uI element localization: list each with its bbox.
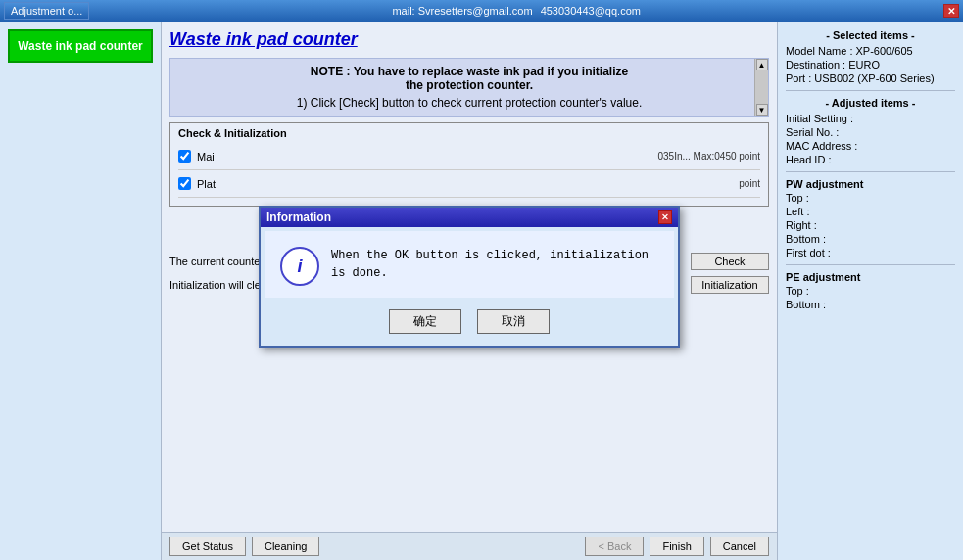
divider-3 [786, 264, 955, 265]
pe-bottom: Bottom : [786, 299, 955, 310]
main-layout: Waste ink pad counter Waste ink pad coun… [0, 22, 963, 560]
info-dialog: Information ✕ i When the OK button is cl… [259, 206, 680, 348]
dialog-titlebar: Information ✕ [261, 208, 678, 227]
back-button[interactable]: < Back [585, 537, 644, 556]
pw-label: PW adjustment [786, 178, 955, 190]
right-sidebar: - Selected items - Model Name : XP-600/6… [777, 22, 963, 560]
dialog-ok-button[interactable]: 确定 [389, 309, 461, 334]
dialog-buttons: 确定 取消 [261, 302, 678, 346]
email1: mail: Svresetters@gmail.com [392, 5, 532, 17]
head-id: Head ID : [786, 154, 955, 165]
center-content: Waste ink pad counter NOTE : You have to… [162, 22, 777, 532]
dialog-cancel-button[interactable]: 取消 [477, 309, 550, 334]
dialog-body: i When the OK button is clicked, initial… [265, 231, 674, 298]
initial-setting: Initial Setting : [786, 113, 955, 124]
cleaning-button[interactable]: Cleaning [252, 537, 319, 556]
dialog-overlay: Information ✕ i When the OK button is cl… [162, 22, 777, 532]
pw-right: Right : [786, 219, 955, 231]
dialog-title: Information [266, 210, 331, 224]
dialog-close-button[interactable]: ✕ [658, 210, 672, 224]
dialog-message: When the OK button is clicked, initializ… [331, 247, 658, 282]
title-bar: Adjustment o... mail: Svresetters@gmail.… [0, 0, 963, 22]
sidebar-item-waste-ink[interactable]: Waste ink pad counter [8, 29, 153, 63]
get-status-button[interactable]: Get Status [169, 537, 246, 556]
divider-2 [786, 171, 955, 172]
selected-items-title: - Selected items - [786, 29, 955, 41]
adjusted-items-title: - Adjusted items - [786, 97, 955, 109]
email2: 453030443@qq.com [541, 5, 641, 17]
destination: Destination : EURO [786, 59, 955, 70]
divider-1 [786, 90, 955, 91]
pw-bottom: Bottom : [786, 233, 955, 245]
window-close-button[interactable]: ✕ [943, 4, 959, 18]
serial-no: Serial No. : [786, 126, 955, 138]
finish-button[interactable]: Finish [650, 537, 703, 556]
pe-label: PE adjustment [786, 271, 955, 283]
cancel-button[interactable]: Cancel [710, 537, 769, 556]
pw-left: Left : [786, 206, 955, 217]
info-icon: i [280, 247, 319, 286]
bottom-bar: Get Status Cleaning < Back Finish Cancel [162, 532, 777, 560]
pe-top: Top : [786, 285, 955, 297]
left-sidebar: Waste ink pad counter [0, 22, 162, 560]
left-title: Adjustment o... [4, 2, 89, 20]
pw-top: Top : [786, 192, 955, 204]
title-bar-center: mail: Svresetters@gmail.com 453030443@qq… [93, 5, 939, 17]
port: Port : USB002 (XP-600 Series) [786, 72, 955, 84]
mac-address: MAC Address : [786, 140, 955, 152]
model-name: Model Name : XP-600/605 [786, 45, 955, 57]
pw-firstdot: First dot : [786, 247, 955, 258]
